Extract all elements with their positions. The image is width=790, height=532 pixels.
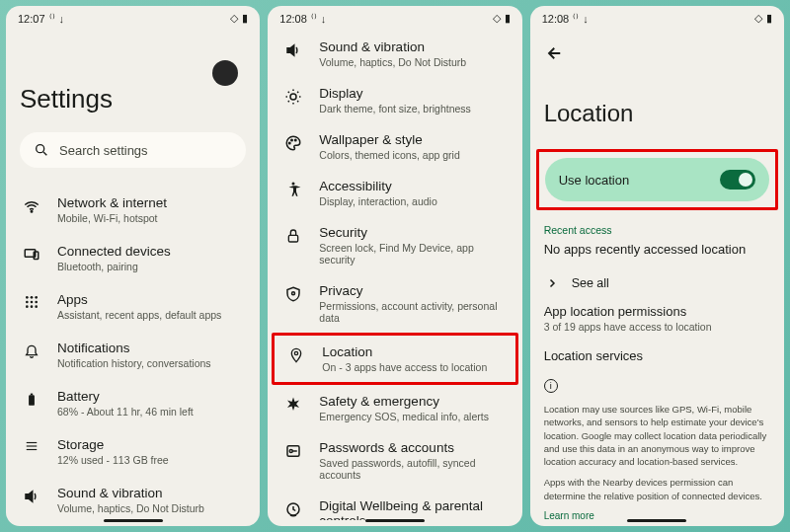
svg-point-6 [31,296,34,299]
chevron-right-icon [546,277,558,289]
page-title: Settings [20,84,246,114]
clock: 12:07 [18,13,45,25]
download-icon: ↓ [321,13,327,25]
svg-point-12 [31,305,34,308]
battery-icon: ▮ [766,12,772,25]
row-accessibility[interactable]: AccessibilityDisplay, interaction, audio [281,170,508,216]
search-input[interactable]: Search settings [20,132,246,168]
search-icon [34,142,49,158]
svg-point-28 [290,450,293,453]
bracket-icon: ⁽⁾ [573,12,579,25]
wellbeing-icon [284,500,302,518]
info-text-2: Apps with the Nearby devices permission … [544,476,770,502]
clock: 12:08 [542,13,570,25]
svg-rect-14 [29,395,35,406]
devices-icon [23,246,40,264]
settings-main-screen: 12:07 ⁽⁾ ↓ ◇ ▮ Settings Search settings … [6,6,260,526]
svg-point-19 [290,94,296,100]
download-icon: ↓ [583,13,589,25]
svg-point-9 [31,301,34,304]
svg-rect-24 [289,235,298,242]
location-services-row[interactable]: Location services [544,348,770,363]
row-wellbeing[interactable]: Digital Wellbeing & parental controlsScr… [281,490,508,520]
settings-scrolled-screen: 12:08⁽⁾↓ ◇▮ Sound & vibrationVolume, hap… [268,6,521,526]
wifi-icon: ◇ [230,12,238,25]
row-notifications[interactable]: NotificationsNotification history, conve… [20,331,246,379]
row-wallpaper[interactable]: Wallpaper & styleColors, themed icons, a… [281,123,508,170]
location-settings-screen: 12:08⁽⁾↓ ◇▮ Location Use location Recent… [530,6,784,526]
lock-icon [285,227,301,245]
no-recent-text: No apps recently accessed location [544,242,770,257]
download-icon: ↓ [59,13,65,25]
accessibility-icon [284,181,302,198]
back-button[interactable] [544,35,770,72]
key-icon [284,442,302,460]
row-privacy[interactable]: PrivacyPermissions, account activity, pe… [281,274,508,333]
wifi-icon: ◇ [493,12,501,25]
location-highlight: LocationOn - 3 apps have access to locat… [272,333,517,385]
use-location-toggle[interactable]: Use location [545,158,769,201]
battery-icon: ▮ [505,12,511,25]
row-location[interactable]: LocationOn - 3 apps have access to locat… [284,336,505,382]
status-bar: 12:07 ⁽⁾ ↓ ◇ ▮ [6,6,260,27]
nav-bar[interactable] [268,520,521,526]
svg-rect-15 [31,394,33,396]
svg-point-20 [289,142,291,144]
info-icon: i [544,379,558,393]
row-passwords[interactable]: Passwords & accountsSaved passwords, aut… [281,431,508,490]
emergency-icon [284,396,302,414]
battery-icon [25,391,39,409]
volume-icon [284,41,302,59]
svg-point-2 [31,211,33,213]
bracket-icon: ⁽⁾ [311,12,317,25]
row-display[interactable]: DisplayDark theme, font size, brightness [281,77,508,123]
svg-point-25 [292,292,295,295]
recent-access-header: Recent access [544,224,770,236]
row-network[interactable]: Network & internetMobile, Wi-Fi, hotspot [20,186,246,234]
svg-point-8 [26,301,29,304]
svg-line-1 [43,152,46,155]
battery-icon: ▮ [242,12,248,25]
storage-icon [23,439,40,453]
svg-point-0 [37,145,44,153]
svg-point-11 [26,305,29,308]
svg-point-13 [35,305,38,308]
page-title: Location [544,100,770,127]
nav-bar[interactable] [6,520,260,526]
search-placeholder: Search settings [59,143,148,158]
svg-point-10 [35,301,38,304]
toggle-label: Use location [559,173,630,188]
clock: 12:08 [279,13,307,25]
row-apps[interactable]: AppsAssistant, recent apps, default apps [20,282,246,331]
svg-point-5 [26,296,29,299]
switch-on-icon[interactable] [720,170,755,190]
bell-icon [24,342,40,358]
see-all-button[interactable]: See all [544,270,770,304]
apps-icon [24,294,40,310]
location-icon [288,346,304,364]
arrow-back-icon [546,44,564,62]
svg-point-22 [295,139,297,141]
brightness-icon [284,88,302,106]
status-bar: 12:08⁽⁾↓ ◇▮ [530,6,784,27]
avatar[interactable] [212,60,238,86]
row-security[interactable]: SecurityScreen lock, Find My Device, app… [281,216,508,274]
svg-point-23 [292,183,295,186]
palette-icon [284,134,302,152]
row-sound[interactable]: Sound & vibrationVolume, haptics, Do Not… [20,476,246,520]
bracket-icon: ⁽⁾ [49,12,55,25]
nav-bar[interactable] [530,520,784,526]
row-sound[interactable]: Sound & vibrationVolume, haptics, Do Not… [281,31,508,77]
row-safety[interactable]: Safety & emergencyEmergency SOS, medical… [281,385,508,431]
row-connected-devices[interactable]: Connected devicesBluetooth, pairing [20,234,246,282]
row-storage[interactable]: Storage12% used - 113 GB free [20,427,246,476]
privacy-icon [284,285,302,303]
volume-icon [23,488,40,505]
wifi-icon [23,197,40,215]
row-battery[interactable]: Battery68% - About 11 hr, 46 min left [20,379,246,427]
svg-point-21 [291,139,293,141]
use-location-highlight: Use location [536,149,778,210]
svg-point-7 [35,296,38,299]
app-permissions-row[interactable]: App location permissions 3 of 19 apps ha… [544,304,770,333]
info-text-1: Location may use sources like GPS, Wi-Fi… [544,403,770,468]
